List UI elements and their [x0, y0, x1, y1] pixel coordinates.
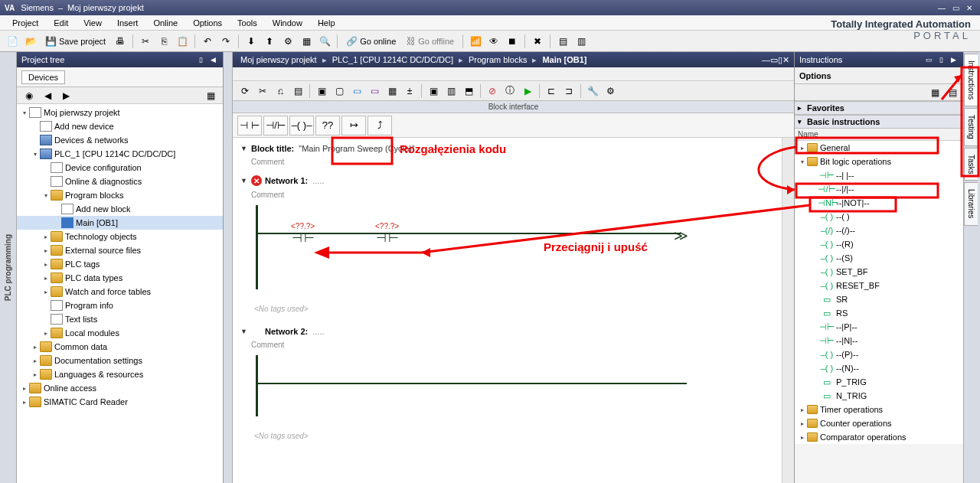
paste-icon[interactable]: 📋	[175, 34, 190, 49]
ed-btn-11[interactable]: ▣	[426, 83, 441, 99]
tree-item[interactable]: ▾Program blocks	[17, 188, 223, 202]
search-icon[interactable]: 🔍	[317, 34, 332, 49]
instr-item[interactable]: –( )--(S)	[795, 251, 963, 265]
basic-instructions-accordion[interactable]: ▾Basic instructions	[795, 115, 963, 129]
instr-item[interactable]: ⊣N⊢--|NOT|--	[795, 196, 963, 210]
editor-scrollbar[interactable]	[782, 138, 794, 483]
menu-edit[interactable]: Edit	[46, 17, 76, 29]
block-title-twist[interactable]: ▼	[240, 145, 251, 152]
ed-btn-3[interactable]: ⎌	[273, 83, 288, 99]
menu-window[interactable]: Window	[265, 17, 310, 29]
tree-item[interactable]: Online & diagnostics	[17, 175, 223, 188]
ed-btn-5[interactable]: ▣	[314, 83, 329, 99]
ed-btn-7[interactable]: ▭	[349, 83, 364, 99]
save-project-button[interactable]: 💾 Save project	[41, 34, 109, 49]
download-icon[interactable]: ⬇	[243, 34, 259, 49]
crumb-1[interactable]: PLC_1 [CPU 1214C DC/DC/DC]	[329, 55, 456, 64]
instr-item[interactable]: ▭P_TRIG	[795, 375, 963, 389]
ed-btn-2[interactable]: ✂	[255, 83, 270, 99]
maximize-button[interactable]: ▭	[949, 2, 962, 13]
instructions-tree[interactable]: ▸General▾Bit logic operations⊣⊢--| |--⊣/…	[795, 141, 963, 444]
instr-expand-icon[interactable]: ▶	[948, 54, 959, 65]
tree-item[interactable]: Text lists	[17, 312, 223, 326]
instr-item[interactable]: ⊣⊢--|N|--	[795, 334, 963, 348]
ed-btn-4[interactable]: ▤	[290, 83, 305, 99]
compile-icon[interactable]: ⚙	[280, 34, 296, 49]
instr-item[interactable]: –( )--(R)	[795, 237, 963, 251]
pt-nav-back-icon[interactable]: ◀	[40, 88, 55, 103]
tree-item[interactable]: ▸SIMATIC Card Reader	[17, 395, 223, 409]
pt-nav1-icon[interactable]: ◉	[21, 88, 37, 103]
left-strip[interactable]: PLC programming	[0, 52, 17, 483]
instr-group[interactable]: ▾Bit logic operations	[795, 155, 963, 168]
net1-rung[interactable]: <??.?> ⊣ ⊢ <??.?> ⊣ ⊢ ≫	[253, 205, 774, 289]
upload-icon[interactable]: ⬆	[262, 34, 277, 49]
flash-icon[interactable]: 📶	[468, 34, 483, 49]
block-title-value[interactable]: "Main Program Sweep (Cycle)"	[299, 144, 414, 153]
ed-btn-1[interactable]: ⟳	[237, 83, 253, 99]
minimize-button[interactable]: —	[936, 2, 948, 13]
tree-item[interactable]: Program info	[17, 299, 223, 312]
options-header[interactable]: Options	[795, 67, 963, 84]
tree-item[interactable]: ▸Local modules	[17, 326, 223, 340]
go-offline-button[interactable]: ⛓ Go offline	[403, 34, 458, 49]
ed-btn-15[interactable]: ⓘ	[502, 83, 518, 99]
cut-icon[interactable]: ✂	[138, 34, 153, 49]
tree-item[interactable]: Main [OB1]	[17, 216, 223, 230]
lad-branch-open[interactable]: ↦	[341, 116, 366, 135]
editor-body[interactable]: ▼ Block title: "Main Program Sweep (Cycl…	[233, 138, 782, 483]
ed-btn-8[interactable]: ▭	[367, 83, 382, 99]
tree-item[interactable]: ▸Common data	[17, 340, 223, 354]
ed-btn-12[interactable]: ▥	[443, 83, 459, 99]
menu-online[interactable]: Online	[145, 17, 185, 29]
center-strip[interactable]	[224, 52, 233, 483]
instr-item[interactable]: –( )--(P)--	[795, 348, 963, 361]
menu-project[interactable]: Project	[5, 17, 46, 29]
sim-icon[interactable]: ▦	[299, 34, 314, 49]
rtab-tasks[interactable]: Tasks	[964, 148, 978, 181]
print-icon[interactable]: 🖶	[113, 34, 128, 49]
tree-item[interactable]: ▸External source files	[17, 243, 223, 257]
ed-close-icon[interactable]: ✕	[782, 55, 789, 65]
instr-item[interactable]: ⊣/⊢--|/|--	[795, 182, 963, 196]
tree-item[interactable]: ▸Languages & resources	[17, 367, 223, 381]
split-h-icon[interactable]: ▤	[555, 34, 570, 49]
copy-icon[interactable]: ⎘	[156, 34, 172, 49]
devices-tab[interactable]: Devices	[21, 70, 65, 84]
redo-icon[interactable]: ↷	[218, 34, 234, 49]
net2-label[interactable]: Network 2:	[265, 327, 308, 336]
project-tree[interactable]: ▾Moj pierwszy projektAdd new deviceDevic…	[17, 104, 223, 483]
rtab-instructions[interactable]: Instructions	[964, 54, 978, 106]
pt-collapse-icon[interactable]: ◀	[207, 54, 218, 65]
tree-item[interactable]: ▸Watch and force tables	[17, 285, 223, 299]
menu-help[interactable]: Help	[310, 17, 343, 29]
instr-item[interactable]: ▭N_TRIG	[795, 389, 963, 403]
tree-item[interactable]: Add new block	[17, 202, 223, 216]
net1-twist[interactable]: ▼	[240, 177, 251, 184]
instr-item[interactable]: –( )--(N)--	[795, 361, 963, 375]
ed-btn-14[interactable]: ⊘	[485, 83, 500, 99]
delete-icon[interactable]: ✖	[530, 34, 545, 49]
instr-pin2-icon[interactable]: ▯	[936, 54, 946, 65]
rtab-testing[interactable]: Testing	[964, 108, 978, 146]
go-online-button[interactable]: 🔗 Go online	[342, 34, 400, 49]
tree-item[interactable]: ▾Moj pierwszy projekt	[17, 106, 223, 119]
ed-btn-18[interactable]: ⊐	[561, 83, 577, 99]
ed-btn-6[interactable]: ▢	[332, 83, 347, 99]
instr-group[interactable]: ▸General	[795, 141, 963, 155]
lad-contact-no[interactable]: ⊣ ⊢	[237, 116, 262, 135]
menu-view[interactable]: View	[76, 17, 109, 29]
opt-list-icon[interactable]: ▤	[945, 85, 960, 100]
lad-coil[interactable]: –( )–	[289, 116, 314, 135]
ed-btn-17[interactable]: ⊏	[544, 83, 559, 99]
net1-contact-1[interactable]: <??.?> ⊣ ⊢	[291, 222, 315, 245]
lad-contact-nc[interactable]: ⊣/⊢	[263, 116, 288, 135]
tree-item[interactable]: ▸Documentation settings	[17, 354, 223, 367]
menu-tools[interactable]: Tools	[230, 17, 265, 29]
tree-item[interactable]: ▸PLC tags	[17, 257, 223, 271]
instr-item[interactable]: ⊣⊢--|P|--	[795, 320, 963, 334]
lad-box[interactable]: ??	[315, 116, 340, 135]
tree-item[interactable]: ▸Online access	[17, 381, 223, 395]
tree-item[interactable]: ▸Technology objects	[17, 230, 223, 243]
ed-btn-10[interactable]: ±	[402, 83, 417, 99]
